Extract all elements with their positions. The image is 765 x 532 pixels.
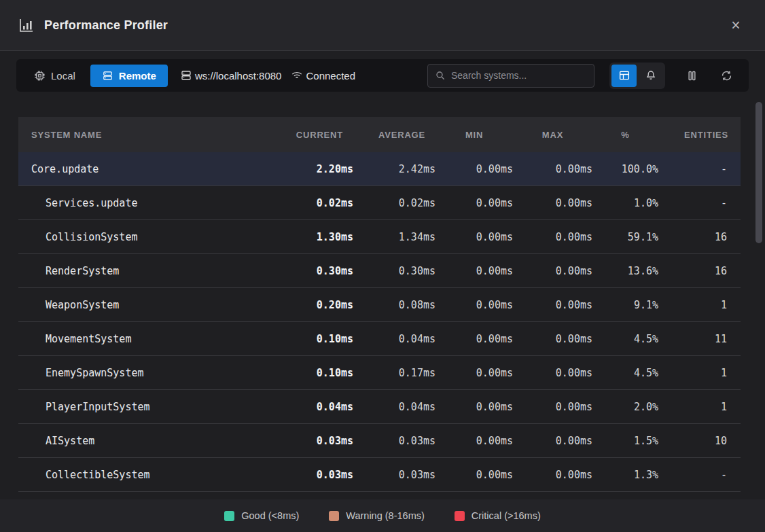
legend-label-good: Good (<8ms) (241, 510, 299, 521)
good-swatch-icon (224, 511, 234, 521)
wifi-icon (291, 69, 303, 82)
cpu-icon (34, 70, 46, 82)
cell-name: MovementSystem (18, 333, 265, 345)
page-title: Performance Profiler (44, 18, 168, 33)
cell-entities: - (658, 469, 741, 481)
table-row[interactable]: EnemySpawnSystem0.10ms0.17ms0.00ms0.00ms… (18, 356, 741, 390)
cell-entities: 1 (658, 401, 741, 413)
cell-average: 0.04ms (353, 333, 435, 345)
cell-name: CollectibleSystem (18, 469, 265, 481)
table-row[interactable]: PlayerInputSystem0.04ms0.04ms0.00ms0.00m… (18, 390, 741, 424)
search-icon (435, 70, 446, 81)
cell-entities: - (658, 197, 741, 209)
cell-max: 0.00ms (513, 401, 592, 413)
connection-status: Connected (291, 69, 355, 82)
table-row[interactable]: CollectibleSystem0.03ms0.03ms0.00ms0.00m… (18, 458, 741, 492)
table-row[interactable]: Core.update2.20ms2.42ms0.00ms0.00ms100.0… (18, 152, 741, 186)
column-header-average: AVERAGE (353, 130, 435, 140)
server-icon (180, 69, 192, 82)
table-row[interactable]: CollisionSystem1.30ms1.34ms0.00ms0.00ms5… (18, 220, 741, 254)
search-input[interactable] (451, 70, 587, 81)
alerts-button[interactable] (638, 65, 663, 87)
connection-url: ws://localhost:8080 (180, 69, 282, 82)
cell-current: 1.30ms (265, 231, 353, 243)
search-box (427, 64, 594, 88)
cell-percent: 100.0% (592, 163, 658, 175)
cell-percent: 4.5% (592, 333, 658, 345)
refresh-button[interactable] (715, 64, 738, 87)
legend-label-warning: Warning (8-16ms) (346, 510, 425, 521)
cell-entities: - (658, 163, 741, 175)
table-row[interactable]: WeaponSystem0.20ms0.08ms0.00ms0.00ms9.1%… (18, 288, 741, 322)
column-header-max: MAX (513, 130, 592, 140)
connection-url-text: ws://localhost:8080 (195, 70, 282, 82)
column-header-current: CURRENT (265, 130, 353, 140)
cell-max: 0.00ms (513, 265, 592, 277)
legend-item-warning: Warning (8-16ms) (329, 510, 425, 521)
cell-min: 0.00ms (435, 333, 513, 345)
column-header-min: MIN (435, 130, 513, 140)
remote-source-button[interactable]: Remote (90, 65, 168, 87)
cell-max: 0.00ms (513, 469, 592, 481)
cell-current: 0.03ms (265, 435, 353, 447)
table-view-button[interactable] (611, 65, 637, 87)
cell-average: 0.03ms (353, 435, 435, 447)
cell-percent: 2.0% (592, 401, 658, 413)
cell-percent: 9.1% (592, 299, 658, 311)
pause-icon (686, 69, 698, 82)
cell-average: 0.30ms (353, 265, 435, 277)
table-row[interactable]: MovementSystem0.10ms0.04ms0.00ms0.00ms4.… (18, 322, 741, 356)
cell-current: 0.03ms (265, 469, 353, 481)
cell-max: 0.00ms (513, 299, 592, 311)
legend-item-good: Good (<8ms) (224, 510, 299, 521)
cell-min: 0.00ms (435, 435, 513, 447)
close-button[interactable]: × (724, 14, 747, 37)
toolbar: Local Remote ws://localhost:8080 (16, 59, 749, 92)
status-legend: Good (<8ms) Warning (8-16ms) Critical (>… (0, 499, 765, 532)
warning-swatch-icon (329, 511, 339, 521)
cell-percent: 1.3% (592, 469, 658, 481)
cell-percent: 13.6% (592, 265, 658, 277)
cell-percent: 4.5% (592, 367, 658, 379)
cell-average: 1.34ms (353, 231, 435, 243)
table-row[interactable]: RenderSystem0.30ms0.30ms0.00ms0.00ms13.6… (18, 254, 741, 288)
cell-current: 0.04ms (265, 401, 353, 413)
bell-icon (645, 69, 657, 82)
cell-name: PlayerInputSystem (18, 401, 265, 413)
cell-average: 2.42ms (353, 163, 435, 175)
table-body: Core.update2.20ms2.42ms0.00ms0.00ms100.0… (18, 152, 741, 492)
cell-max: 0.00ms (513, 197, 592, 209)
legend-item-critical: Critical (>16ms) (455, 510, 541, 521)
column-header-percent: % (592, 130, 658, 140)
pause-button[interactable] (680, 64, 703, 87)
connection-status-text: Connected (306, 70, 355, 82)
performance-profiler-window: Performance Profiler × Local Remote (0, 0, 765, 532)
cell-max: 0.00ms (513, 333, 592, 345)
cell-current: 0.30ms (265, 265, 353, 277)
cell-entities: 1 (658, 299, 741, 311)
cell-percent: 1.0% (592, 197, 658, 209)
cell-entities: 11 (658, 333, 741, 345)
cell-max: 0.00ms (513, 367, 592, 379)
cell-min: 0.00ms (435, 469, 513, 481)
cell-current: 0.20ms (265, 299, 353, 311)
cell-average: 0.02ms (353, 197, 435, 209)
table-row[interactable]: Services.update0.02ms0.02ms0.00ms0.00ms1… (18, 186, 741, 220)
cell-average: 0.08ms (353, 299, 435, 311)
cell-current: 2.20ms (265, 163, 353, 175)
column-header-system-name: SYSTEM NAME (18, 130, 265, 140)
cell-name: Services.update (18, 197, 265, 209)
cell-name: WeaponSystem (18, 299, 265, 311)
cell-entities: 16 (658, 265, 741, 277)
view-toggle-group (609, 63, 665, 89)
remote-source-label: Remote (119, 70, 156, 82)
scrollbar-thumb[interactable] (755, 102, 762, 243)
cell-name: Core.update (18, 163, 265, 175)
local-source-button[interactable]: Local (24, 65, 85, 87)
table-row[interactable]: AISystem0.03ms0.03ms0.00ms0.00ms1.5%10 (18, 424, 741, 458)
server-icon (102, 70, 113, 82)
cell-max: 0.00ms (513, 163, 592, 175)
cell-percent: 59.1% (592, 231, 658, 243)
cell-max: 0.00ms (513, 435, 592, 447)
cell-max: 0.00ms (513, 231, 592, 243)
